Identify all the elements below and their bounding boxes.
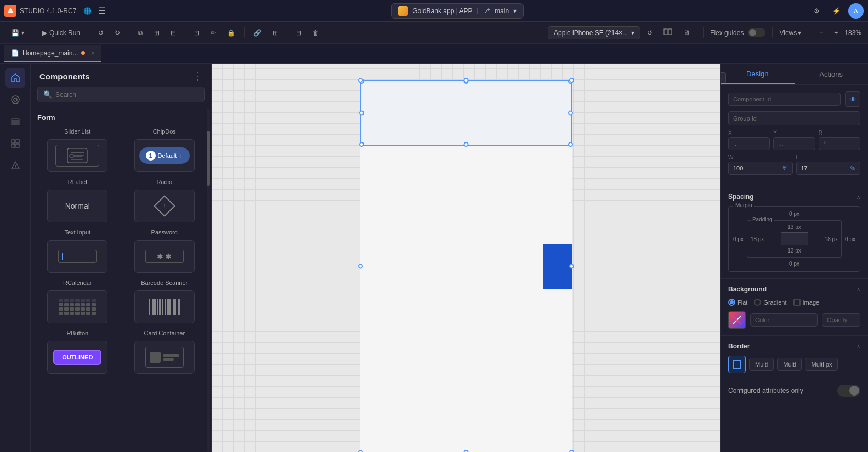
background-collapse-button[interactable]: ∧ bbox=[856, 287, 860, 293]
globe-icon[interactable]: 🌐 bbox=[80, 3, 95, 19]
handle-top-center[interactable] bbox=[463, 78, 468, 83]
component-rlabel-preview[interactable]: Normal bbox=[47, 190, 107, 222]
bg-image-option[interactable]: Image bbox=[793, 299, 820, 306]
padding-label: Padding bbox=[751, 216, 774, 222]
flex-guides-toggle[interactable] bbox=[748, 28, 765, 37]
handle-mid-right[interactable] bbox=[569, 264, 574, 269]
blue-element[interactable] bbox=[543, 244, 572, 289]
h-input[interactable]: 17 % bbox=[796, 162, 861, 175]
color-input[interactable]: Color: bbox=[750, 313, 818, 327]
settings-icon[interactable]: ⚙ bbox=[809, 3, 824, 19]
frame-button[interactable]: ⊞ bbox=[268, 25, 282, 41]
group-button[interactable]: ⊡ bbox=[190, 25, 204, 41]
selected-element[interactable] bbox=[360, 80, 572, 146]
wireframe-button[interactable] bbox=[659, 25, 677, 41]
border-multi-1-button[interactable]: Multi bbox=[749, 358, 774, 371]
margin-right-value: 0 px bbox=[845, 236, 855, 242]
views-button[interactable]: Views ▾ bbox=[779, 29, 801, 37]
sidebar-item-components[interactable] bbox=[5, 134, 25, 153]
multi-copy-button[interactable]: ⊟ bbox=[166, 25, 180, 41]
r-input[interactable]: ° bbox=[819, 137, 860, 150]
handle-mid-left[interactable] bbox=[358, 264, 363, 269]
link-button[interactable]: 🔗 bbox=[249, 25, 266, 41]
handle-top-right[interactable] bbox=[569, 78, 574, 83]
background-section-header: Background ∧ bbox=[728, 285, 860, 293]
menu-icon[interactable]: ☰ bbox=[98, 5, 106, 16]
x-input[interactable]: ... bbox=[728, 137, 770, 150]
avatar[interactable]: A bbox=[848, 3, 864, 19]
sel-handle-mr[interactable] bbox=[568, 111, 573, 116]
component-radio-preview[interactable]: ! bbox=[134, 190, 195, 222]
search-input[interactable] bbox=[55, 91, 198, 99]
duplicate-button[interactable]: ⊞ bbox=[150, 25, 164, 41]
panel-scroll[interactable]: Form Slider List bbox=[31, 109, 211, 385]
bg-gradient-radio[interactable] bbox=[754, 299, 761, 306]
undo-button[interactable]: ↺ bbox=[94, 25, 108, 41]
delete-button[interactable]: 🗑 bbox=[308, 25, 324, 41]
y-input[interactable]: ... bbox=[773, 137, 815, 150]
component-slider-list-preview[interactable] bbox=[47, 139, 107, 172]
border-collapse-button[interactable]: ∧ bbox=[856, 344, 860, 350]
canvas-area[interactable] bbox=[212, 64, 720, 452]
branch-selector[interactable]: GoldBank app | APP | ⎇ main ▾ bbox=[391, 3, 524, 19]
zoom-in-button[interactable]: + bbox=[830, 25, 842, 41]
bg-gradient-option[interactable]: Gradient bbox=[754, 299, 786, 306]
color-preview-button[interactable] bbox=[728, 311, 746, 329]
spacing-collapse-button[interactable]: ∧ bbox=[856, 194, 860, 200]
desktop-view-button[interactable]: 🖥 bbox=[679, 25, 694, 41]
tab-close-icon[interactable]: × bbox=[90, 49, 94, 57]
device-selector[interactable]: Apple iPhone SE (214×... ▾ bbox=[548, 26, 640, 39]
quick-run-button[interactable]: ▶ Quick Run bbox=[38, 25, 84, 41]
lightning-icon[interactable]: ⚡ bbox=[829, 3, 844, 19]
panel-menu-button[interactable]: ⋮ bbox=[192, 70, 202, 82]
sidebar-item-warning[interactable] bbox=[5, 156, 25, 175]
pen-button[interactable]: ✏ bbox=[206, 25, 220, 41]
grid-button[interactable]: ⊟ bbox=[292, 25, 306, 41]
collapse-panel-button[interactable]: › bbox=[720, 72, 726, 83]
group-id-input[interactable] bbox=[728, 111, 860, 125]
border-all-button[interactable] bbox=[728, 356, 746, 373]
svg-rect-11 bbox=[16, 144, 19, 147]
sel-handle-br[interactable] bbox=[568, 142, 573, 147]
save-icon: 💾 bbox=[11, 29, 19, 37]
scrollbar-thumb[interactable] bbox=[207, 131, 210, 186]
bg-flat-radio[interactable] bbox=[728, 299, 735, 306]
sidebar-item-assets[interactable] bbox=[5, 90, 25, 110]
tab-homepage[interactable]: 📄 Homepage_main... × bbox=[4, 45, 101, 62]
component-password-preview[interactable]: ✱ ✱ bbox=[134, 240, 195, 273]
handle-bottom-center[interactable] bbox=[463, 450, 468, 452]
tab-actions[interactable]: Actions bbox=[795, 64, 869, 84]
tab-design[interactable]: Design bbox=[721, 64, 795, 84]
redo-button[interactable]: ↻ bbox=[110, 25, 124, 41]
handle-bottom-right[interactable] bbox=[569, 450, 574, 452]
refresh-canvas-button[interactable]: ↺ bbox=[643, 25, 657, 41]
component-chipdos-preview[interactable]: 1 Default + bbox=[134, 139, 195, 172]
bg-image-checkbox[interactable] bbox=[793, 299, 801, 306]
opacity-input[interactable]: Opacity bbox=[822, 313, 860, 327]
sel-handle-bl[interactable] bbox=[359, 142, 364, 147]
component-barcode-preview[interactable] bbox=[134, 290, 195, 323]
component-rcalendar-preview[interactable] bbox=[47, 290, 107, 323]
sidebar-item-home[interactable] bbox=[5, 68, 25, 88]
border-multi-2-button[interactable]: Multi bbox=[777, 358, 802, 371]
component-rbutton-preview[interactable]: OUTLINED bbox=[47, 341, 107, 374]
component-id-input[interactable]: Component Id bbox=[728, 93, 841, 106]
component-card-container-preview[interactable] bbox=[134, 341, 195, 374]
zoom-out-button[interactable]: − bbox=[815, 25, 827, 41]
refresh-icon: ↺ bbox=[647, 29, 653, 37]
copy-button[interactable]: ⧉ bbox=[134, 25, 147, 41]
w-input[interactable]: 100 % bbox=[728, 162, 793, 175]
save-button[interactable]: 💾 ▾ bbox=[7, 25, 29, 41]
handle-top-left[interactable] bbox=[358, 78, 363, 83]
sel-handle-bc[interactable] bbox=[463, 142, 468, 147]
lock-button[interactable]: 🔒 bbox=[223, 25, 240, 41]
visibility-toggle-button[interactable]: 👁 bbox=[845, 91, 860, 107]
component-textinput-preview[interactable] bbox=[47, 240, 107, 273]
bg-flat-option[interactable]: Flat bbox=[728, 299, 747, 306]
border-multi-px-button[interactable]: Multi px bbox=[805, 358, 838, 371]
bg-flat-label: Flat bbox=[737, 299, 747, 306]
sel-handle-ml[interactable] bbox=[359, 111, 364, 116]
sidebar-item-layers[interactable] bbox=[5, 112, 25, 131]
handle-bottom-left[interactable] bbox=[358, 450, 363, 452]
configured-toggle[interactable] bbox=[837, 385, 860, 397]
